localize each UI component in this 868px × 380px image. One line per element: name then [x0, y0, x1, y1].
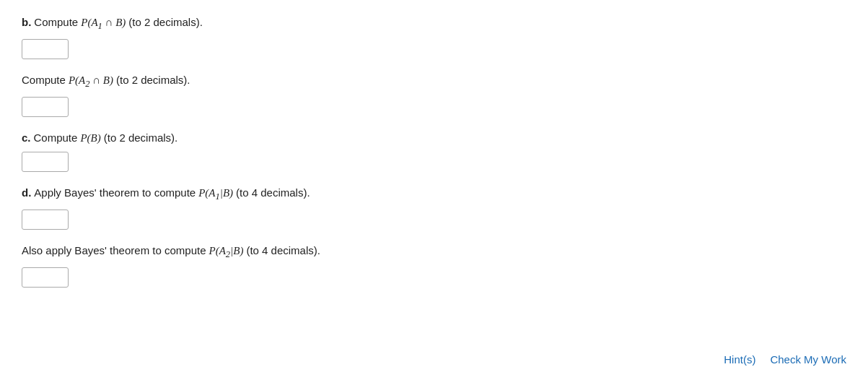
d-label-line2: Also apply Bayes' theorem to compute P(A… [22, 243, 846, 262]
b-suffix1: (to 2 decimals). [128, 14, 203, 31]
input-b1[interactable] [22, 39, 69, 59]
section-d-part2: Also apply Bayes' theorem to compute P(A… [22, 243, 846, 288]
d-math-expr1: P(A1|B) [198, 185, 233, 204]
b-math-expr1: P(A1 ∩ B) [81, 14, 126, 33]
hints-link[interactable]: Hint(s) [724, 353, 755, 366]
d-math-expr2: P(A2|B) [209, 243, 244, 262]
input-c[interactable] [22, 152, 69, 172]
main-content: b. Compute P(A1 ∩ B) (to 2 decimals). Co… [0, 0, 868, 315]
d-prefix1: Apply Bayes' theorem to compute [34, 185, 196, 202]
d-suffix1: (to 4 decimals). [236, 185, 310, 202]
section-b-label: b. [22, 14, 31, 31]
b-math-expr2: P(A2 ∩ B) [69, 72, 113, 91]
b-label-line1: b. Compute P(A1 ∩ B) (to 2 decimals). [22, 14, 846, 33]
input-d2[interactable] [22, 267, 69, 288]
c-suffix: (to 2 decimals). [104, 130, 178, 147]
bottom-bar: Hint(s) Check My Work [724, 353, 846, 366]
b-prefix1: Compute [34, 14, 78, 31]
b-prefix2: Compute [22, 72, 66, 89]
section-b-part2: Compute P(A2 ∩ B) (to 2 decimals). [22, 72, 846, 117]
input-b2[interactable] [22, 97, 69, 117]
d-prefix2: Also apply Bayes' theorem to compute [22, 243, 206, 259]
section-c: c. Compute P(B) (to 2 decimals). [22, 130, 846, 173]
section-b-part1: b. Compute P(A1 ∩ B) (to 2 decimals). [22, 14, 846, 59]
c-prefix: Compute [34, 130, 78, 147]
d-suffix2: (to 4 decimals). [246, 243, 320, 259]
check-my-work-button[interactable]: Check My Work [770, 353, 846, 366]
d-label-line1: d. Apply Bayes' theorem to compute P(A1|… [22, 185, 846, 204]
section-c-label: c. [22, 130, 31, 147]
c-math-expr: P(B) [80, 130, 100, 147]
section-d-label: d. [22, 185, 31, 202]
c-label-line: c. Compute P(B) (to 2 decimals). [22, 130, 846, 147]
b-label-line2: Compute P(A2 ∩ B) (to 2 decimals). [22, 72, 846, 91]
input-d1[interactable] [22, 210, 69, 230]
b-suffix2: (to 2 decimals). [116, 72, 190, 89]
section-d-part1: d. Apply Bayes' theorem to compute P(A1|… [22, 185, 846, 230]
